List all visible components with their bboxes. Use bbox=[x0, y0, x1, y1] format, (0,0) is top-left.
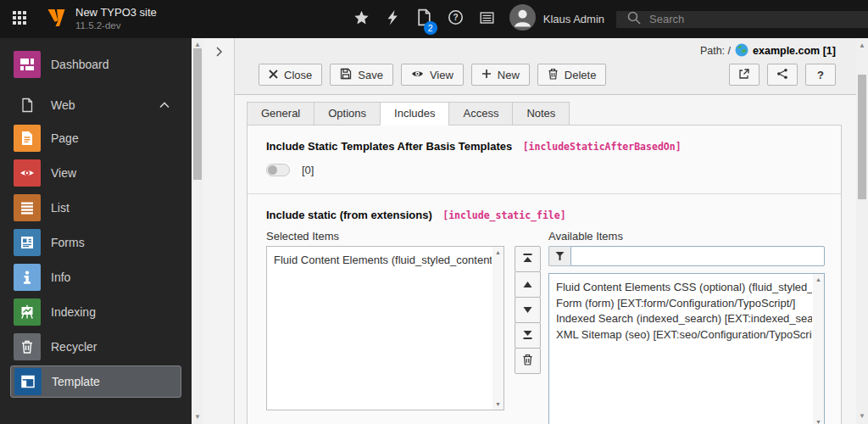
open-in-new-window-button[interactable] bbox=[729, 64, 760, 86]
bookmarks-button[interactable] bbox=[346, 0, 377, 38]
field-label: Include Static Templates After Basis Tem… bbox=[266, 140, 512, 153]
sidebar-item-label: Info bbox=[51, 271, 70, 284]
form-tabs: General Options Includes Access Notes bbox=[247, 102, 856, 126]
sidebar-item-forms[interactable]: Forms bbox=[0, 225, 192, 259]
typo3-logo-icon bbox=[46, 7, 67, 32]
sidebar-item-label: Dashboard bbox=[51, 58, 109, 71]
scroll-down-arrow-icon[interactable]: ▼ bbox=[495, 401, 501, 407]
pagetree-expand-strip bbox=[203, 38, 235, 424]
scroll-up-arrow-icon[interactable]: ▲ bbox=[194, 42, 201, 48]
remove-item-button[interactable] bbox=[515, 348, 541, 374]
svg-text:?: ? bbox=[453, 13, 458, 22]
field-label: Include static (from extensions) bbox=[266, 209, 432, 221]
eye-icon bbox=[411, 68, 424, 82]
tab-access[interactable]: Access bbox=[448, 102, 513, 126]
list-item[interactable]: Form (form) [EXT:form/Configuration/Typo… bbox=[556, 296, 812, 312]
help-menu-button[interactable]: ? bbox=[440, 0, 471, 38]
external-link-icon bbox=[738, 68, 750, 82]
expand-pagetree-button[interactable] bbox=[214, 46, 223, 61]
context-help-button[interactable]: ? bbox=[805, 64, 836, 86]
toggle-value: [0] bbox=[302, 164, 314, 176]
move-to-bottom-icon bbox=[523, 329, 532, 342]
include-after-section: Include Static Templates After Basis Tem… bbox=[248, 126, 841, 193]
sidebar-item-dashboard[interactable]: Dashboard bbox=[0, 47, 192, 81]
available-items-list[interactable]: Fluid Content Elements CSS (optional) (f… bbox=[548, 273, 825, 424]
list-item[interactable]: Indexed Search (indexed_search) [EXT:ind… bbox=[556, 311, 812, 327]
content-scrollbar-thumb[interactable] bbox=[858, 75, 866, 199]
content-scrollbar[interactable]: ▲ ▼ bbox=[856, 38, 868, 424]
open-documents-button[interactable]: 2 bbox=[409, 0, 440, 38]
trash-icon bbox=[548, 68, 559, 82]
list-item[interactable]: Fluid Content Elements (fluid_styled_con… bbox=[274, 253, 492, 269]
view-button[interactable]: View bbox=[401, 64, 464, 86]
site-title: New TYPO3 site bbox=[75, 6, 157, 20]
recycler-module-icon bbox=[14, 333, 41, 360]
selected-items-label: Selected Items bbox=[266, 230, 504, 243]
search-placeholder: Search bbox=[649, 13, 684, 25]
tab-includes[interactable]: Includes bbox=[380, 102, 449, 126]
move-to-bottom-button[interactable] bbox=[515, 322, 541, 349]
module-menu-scrollbar[interactable]: ▲ ▼ bbox=[192, 38, 203, 424]
list-item[interactable]: XML Sitemap (seo) [EXT:seo/Configuration… bbox=[556, 327, 812, 343]
available-items-scrollbar[interactable]: ▲ ▼ bbox=[813, 274, 824, 424]
tab-options[interactable]: Options bbox=[314, 102, 381, 126]
sidebar-item-indexing[interactable]: Indexing bbox=[0, 294, 192, 329]
clear-cache-button[interactable] bbox=[377, 0, 409, 38]
scroll-up-arrow-icon[interactable]: ▲ bbox=[859, 42, 865, 49]
move-down-icon bbox=[523, 304, 532, 316]
docheader-buttons-left: Close Save bbox=[259, 64, 606, 86]
typo3-version: 11.5.2-dev bbox=[75, 20, 157, 31]
new-button[interactable]: New bbox=[471, 64, 530, 86]
filter-row bbox=[548, 246, 825, 266]
scroll-down-arrow-icon[interactable]: ▼ bbox=[815, 419, 821, 424]
module-body: General Options Includes Access Notes In… bbox=[235, 95, 856, 424]
move-to-top-button[interactable] bbox=[515, 246, 541, 272]
sidebar-group-web[interactable]: Web bbox=[0, 94, 192, 116]
includes-tab-panel: Include Static Templates After Basis Tem… bbox=[247, 125, 842, 424]
module-menu: Dashboard Web Page bbox=[0, 38, 192, 424]
search-input[interactable]: Search bbox=[616, 11, 868, 28]
scroll-up-arrow-icon[interactable]: ▲ bbox=[815, 276, 821, 282]
user-menu[interactable]: Klaus Admin bbox=[503, 4, 616, 34]
web-group-icon bbox=[14, 98, 41, 113]
chevron-up-icon bbox=[159, 102, 170, 109]
funnel-icon bbox=[555, 248, 565, 264]
sidebar-item-info[interactable]: Info bbox=[0, 259, 192, 294]
selected-items-list[interactable]: Fluid Content Elements (fluid_styled_con… bbox=[266, 246, 504, 410]
sidebar-item-recycler[interactable]: Recycler bbox=[0, 329, 192, 364]
sidebar-item-view[interactable]: View bbox=[0, 155, 192, 190]
sidebar-item-list[interactable]: List bbox=[0, 190, 192, 225]
tab-notes[interactable]: Notes bbox=[512, 102, 570, 126]
help-circle-icon: ? bbox=[448, 9, 464, 29]
scroll-down-arrow-icon[interactable]: ▼ bbox=[859, 413, 865, 420]
main-layout: Dashboard Web Page bbox=[0, 38, 868, 424]
field-code: [include_static_file] bbox=[442, 209, 565, 221]
multi-select-wizard: Selected Items Fluid Content Elements (f… bbox=[266, 230, 822, 424]
topbar-toolbar: 2 ? Klaus Admin bbox=[346, 0, 868, 38]
info-module-icon bbox=[14, 264, 41, 291]
selected-items-scrollbar[interactable]: ▲ ▼ bbox=[492, 247, 504, 410]
list-item[interactable]: Fluid Content Elements CSS (optional) (f… bbox=[556, 280, 812, 296]
sidebar-item-page[interactable]: Page bbox=[0, 120, 192, 155]
close-button[interactable]: Close bbox=[259, 64, 322, 86]
apps-grid-button[interactable] bbox=[0, 0, 39, 38]
trash-icon bbox=[522, 354, 533, 368]
save-button[interactable]: Save bbox=[330, 64, 393, 86]
list-module-icon bbox=[14, 194, 41, 221]
scroll-down-arrow-icon[interactable]: ▼ bbox=[194, 414, 201, 421]
delete-button[interactable]: Delete bbox=[537, 64, 607, 86]
include-after-toggle[interactable] bbox=[266, 164, 290, 176]
move-up-button[interactable] bbox=[515, 271, 541, 298]
move-down-button[interactable] bbox=[515, 297, 541, 323]
scroll-up-arrow-icon[interactable]: ▲ bbox=[495, 249, 501, 255]
sidebar-item-label: Forms bbox=[51, 236, 85, 249]
include-static-section: Include static (from extensions) [includ… bbox=[248, 194, 841, 424]
tab-general[interactable]: General bbox=[247, 102, 314, 126]
move-to-top-icon bbox=[523, 253, 532, 265]
module-menu-scrollbar-thumb[interactable] bbox=[193, 48, 202, 180]
system-information-button[interactable] bbox=[471, 0, 503, 38]
brand[interactable]: New TYPO3 site 11.5.2-dev bbox=[39, 0, 164, 38]
share-button[interactable] bbox=[767, 64, 798, 86]
sidebar-item-template[interactable]: Template bbox=[10, 365, 181, 398]
filter-input[interactable] bbox=[570, 246, 825, 266]
